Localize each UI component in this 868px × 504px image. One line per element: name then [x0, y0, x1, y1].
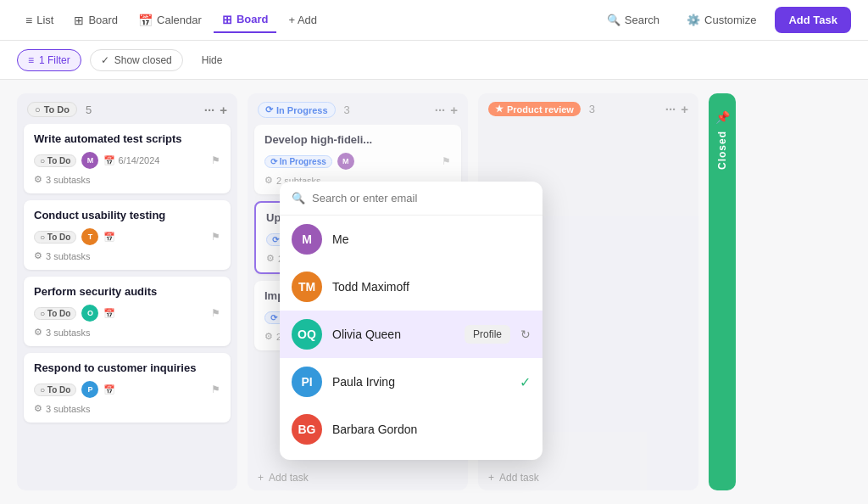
- user-list: M Me TM Todd Maximoff OQ Olivia Queen Pr…: [280, 216, 542, 453]
- subtasks: ⚙ 3 subtasks: [34, 174, 220, 185]
- subtasks-label: 3 subtasks: [46, 404, 91, 414]
- flag-icon: ⚑: [211, 384, 220, 395]
- subtasks-icon: ⚙: [34, 174, 42, 185]
- avatar: P: [81, 381, 98, 398]
- avatar: T: [81, 228, 98, 245]
- user-name-paula: Paula Irving: [332, 375, 509, 389]
- nav-add[interactable]: + Add: [280, 8, 326, 31]
- card-title: Conduct usability testing: [34, 209, 220, 221]
- customize-label: Customize: [704, 14, 756, 26]
- add-task-product[interactable]: + Add task: [478, 465, 698, 490]
- add-task-label: Add task: [499, 472, 539, 484]
- flag-icon: ⚑: [211, 307, 220, 319]
- list-icon: ≡: [25, 14, 32, 27]
- dropdown-item-barbara[interactable]: BG Barbara Gordon: [280, 406, 542, 453]
- board-icon-active: ⊞: [222, 13, 232, 26]
- add-card-icon[interactable]: +: [450, 103, 458, 117]
- card-meta: ○ To Do O 📅 ⚑: [34, 305, 220, 322]
- inprogress-label: In Progress: [276, 105, 328, 115]
- profile-button[interactable]: Profile: [465, 325, 510, 344]
- cal-icon: 📅: [103, 384, 115, 395]
- subtasks-icon: ⚙: [266, 253, 275, 264]
- add-card-icon[interactable]: +: [220, 103, 227, 117]
- dropdown-item-paula[interactable]: PI Paula Irving ✓: [280, 358, 542, 406]
- show-closed-button[interactable]: ✓ Show closed: [90, 49, 183, 71]
- closed-column[interactable]: 📌 Closed: [709, 93, 736, 490]
- column-todo: ○ To Do 5 ··· + Write automated test scr…: [17, 93, 237, 490]
- dropdown-item-todd[interactable]: TM Todd Maximoff: [280, 263, 542, 311]
- nav-board-1[interactable]: ⊞ Board: [65, 8, 126, 32]
- subtasks-label: 3 subtasks: [46, 328, 91, 338]
- subtasks-icon: ⚙: [34, 250, 42, 261]
- subtasks-label: 3 subtasks: [46, 251, 91, 261]
- user-name-barbara: Barbara Gordon: [332, 423, 531, 436]
- add-task-button[interactable]: Add Task: [775, 7, 851, 33]
- column-todo-header: ○ To Do 5 ··· +: [17, 93, 237, 124]
- todo-label: To Do: [44, 104, 70, 115]
- show-closed-label: Show closed: [114, 54, 172, 66]
- column-productreview-header: ★ Product review 3 ··· +: [478, 93, 698, 123]
- flag-icon: ⚑: [211, 231, 220, 243]
- cal-icon: 📅: [103, 308, 115, 319]
- todo-badge: ○ To Do: [27, 102, 77, 117]
- card-status: ○ To Do: [34, 154, 76, 167]
- flag-icon: ⚑: [442, 155, 451, 167]
- search-button[interactable]: 🔍 Search: [598, 8, 668, 31]
- pin-icon: 📌: [715, 110, 730, 124]
- nav-calendar[interactable]: 📅 Calendar: [130, 8, 210, 32]
- card-write-tests[interactable]: Write automated test scripts ○ To Do M 📅…: [24, 124, 231, 193]
- date-chip: 📅 6/14/2024: [103, 155, 159, 166]
- card-security[interactable]: Perform security audits ○ To Do O 📅 ⚑ ⚙ …: [24, 277, 231, 346]
- nav-board-1-label: Board: [88, 14, 118, 26]
- dropdown-item-olivia[interactable]: OQ Olivia Queen Profile ↻: [280, 311, 542, 358]
- card-usability[interactable]: Conduct usability testing ○ To Do T 📅 ⚑ …: [24, 200, 231, 270]
- nav-board-active-label: Board: [236, 13, 269, 25]
- gear-icon: ⚙️: [687, 14, 700, 26]
- subtasks: ⚙ 3 subtasks: [34, 327, 220, 338]
- avatar-me: M: [292, 224, 322, 255]
- product-count: 3: [589, 103, 595, 115]
- closed-label: Closed: [716, 131, 728, 170]
- nav-calendar-label: Calendar: [157, 14, 202, 26]
- board-icon-1: ⊞: [74, 14, 84, 27]
- dropdown-search-container: 🔍: [280, 182, 542, 216]
- avatar: M: [337, 153, 354, 170]
- add-card-icon[interactable]: +: [681, 102, 688, 116]
- hide-button[interactable]: Hide: [192, 50, 233, 70]
- subtasks-icon: ⚙: [34, 327, 42, 338]
- product-badge: ★ Product review: [488, 102, 581, 116]
- search-icon: 🔍: [607, 14, 620, 26]
- filter-icon: ≡: [28, 54, 34, 66]
- ellipsis-icon[interactable]: ···: [435, 103, 446, 117]
- nav-list[interactable]: ≡ List: [17, 8, 62, 32]
- nav-right: 🔍 Search ⚙️ Customize Add Task: [598, 7, 851, 33]
- nav-left: ≡ List ⊞ Board 📅 Calendar ⊞ Board + Add: [17, 8, 326, 33]
- card-customer[interactable]: Respond to customer inquiries ○ To Do P …: [24, 353, 231, 423]
- star-icon: ★: [495, 104, 504, 115]
- subtasks-icon: ⚙: [34, 403, 42, 414]
- ellipsis-icon[interactable]: ···: [204, 103, 215, 117]
- dropdown-item-me[interactable]: M Me: [280, 216, 542, 263]
- nav-board-active[interactable]: ⊞ Board: [214, 8, 277, 33]
- product-label: Product review: [507, 104, 574, 115]
- add-task-label: Add task: [269, 472, 309, 484]
- filter-button[interactable]: ≡ 1 Filter: [17, 49, 81, 71]
- cal-icon: 📅: [103, 232, 115, 243]
- refresh-icon[interactable]: ↻: [520, 328, 531, 341]
- user-search-input[interactable]: [312, 192, 531, 204]
- user-name-me: Me: [332, 232, 531, 246]
- check-icon: ✓: [520, 374, 531, 390]
- customize-button[interactable]: ⚙️ Customize: [678, 8, 765, 31]
- subtasks: ⚙ 3 subtasks: [34, 250, 220, 261]
- card-status: ○ To Do: [34, 384, 76, 396]
- subtasks-icon: ⚙: [264, 175, 273, 186]
- ellipsis-icon[interactable]: ···: [665, 102, 676, 116]
- subtasks: ⚙ 3 subtasks: [34, 403, 220, 414]
- subtasks-icon: ⚙: [264, 331, 273, 342]
- avatar-todd: TM: [292, 272, 322, 302]
- hide-label: Hide: [202, 54, 223, 66]
- add-task-inprogress[interactable]: + Add task: [248, 465, 468, 490]
- todo-cards: Write automated test scripts ○ To Do M 📅…: [17, 124, 237, 490]
- card-status: ⟳ In Progress: [264, 155, 332, 168]
- avatar: M: [81, 152, 98, 169]
